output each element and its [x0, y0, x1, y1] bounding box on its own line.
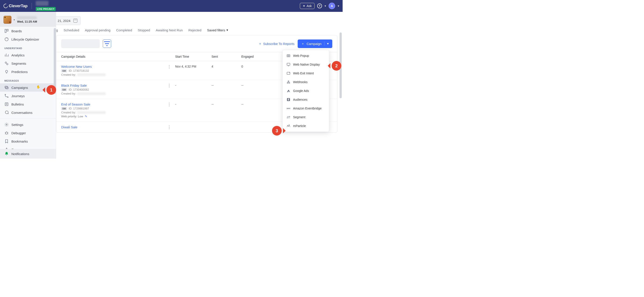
filter-button[interactable] — [103, 40, 111, 48]
dd-mparticle[interactable]: mParticle — [282, 122, 329, 130]
campaign-link[interactable]: Black Friday Sale — [61, 84, 175, 87]
cursor-icon: ✋ — [36, 85, 40, 89]
saved-filters-dropdown[interactable]: Saved filters ▾ — [207, 28, 228, 32]
sidebar-item-lifecycle[interactable]: Lifecycle Optimizer — [0, 35, 56, 44]
col-start[interactable]: Start Time — [175, 55, 212, 58]
tab-awaiting[interactable]: Awaiting Next Run — [156, 28, 182, 32]
brand-text: CleverTap — [9, 4, 28, 8]
date-picker[interactable]: 21, 2024 — [56, 16, 81, 25]
callout-3: 3 — [272, 126, 282, 136]
sidebar-item-bulletins[interactable]: Bulletins — [0, 100, 56, 108]
cell-start: - — [175, 84, 212, 87]
sm-tag: SM — [61, 107, 67, 110]
subscribe-reports-link[interactable]: ＋ Subscribe To Reports — [258, 42, 294, 46]
row-menu-icon[interactable]: ⋮ — [167, 104, 171, 105]
dd-label: Amazon Eventbridge — [293, 107, 322, 110]
main-content: 21, 2024 g Scheduled Approval pending Co… — [56, 12, 342, 159]
col-engaged[interactable]: Engaged — [241, 55, 270, 58]
sidebar-item-predictions[interactable]: Predictions — [0, 68, 56, 76]
dd-segment[interactable]: Segment — [282, 113, 329, 122]
help-icon[interactable]: ? — [317, 4, 322, 8]
topbar: CleverTap LIVE PROJECT ✦ Ask ? ▾ A ▾ — [0, 0, 342, 12]
dd-web-popup[interactable]: Web Popup — [282, 51, 329, 60]
col-details[interactable]: Campaign Details — [61, 55, 175, 58]
tab-stopped[interactable]: Stopped — [138, 28, 150, 32]
project-selector[interactable]: LIVE PROJECT — [36, 1, 56, 11]
sidebar-label: Predictions — [12, 70, 28, 74]
help-chevron-icon[interactable]: ▾ — [325, 5, 326, 8]
account-chevron-icon[interactable]: ▾ — [14, 19, 15, 21]
chevron-down-icon[interactable]: ▾ — [327, 42, 329, 46]
dd-audiences[interactable]: Audiences — [282, 95, 329, 104]
svg-rect-15 — [287, 63, 290, 65]
sidebar-item-settings[interactable]: Settings — [0, 120, 56, 129]
avatar-chevron-icon[interactable]: ▾ — [338, 5, 339, 8]
sidebar-label: Settings — [12, 123, 23, 127]
search-input[interactable] — [61, 39, 100, 48]
ask-button[interactable]: ✦ Ask — [300, 3, 314, 9]
tab-approval-pending[interactable]: Approval pending — [85, 28, 110, 32]
cell-engaged: -- — [241, 102, 270, 106]
svg-point-22 — [287, 118, 288, 118]
cell-engaged: -- — [241, 84, 270, 87]
new-campaign-button[interactable]: ＋ Campaign ▾ — [298, 40, 332, 48]
tab-running-partial[interactable]: g — [56, 28, 58, 32]
sidebar-item-notifications[interactable]: Notifications — [0, 149, 56, 159]
group-messages: MESSAGES — [0, 76, 56, 83]
dd-amazon-eventbridge[interactable]: awsAmazon Eventbridge — [282, 104, 329, 113]
sidebar-item-debugger[interactable]: Debugger — [0, 129, 56, 137]
campaign-link[interactable]: Welcome New Users — [61, 65, 175, 69]
row-menu-icon[interactable]: ⋮ — [167, 127, 171, 128]
dd-google-ads[interactable]: Google Ads — [282, 86, 329, 95]
cell-sent: -- — [212, 84, 241, 87]
edit-icon[interactable]: ✎ — [85, 115, 87, 118]
avatar-initial: A — [331, 4, 333, 8]
sidebar-label: Debugger — [12, 131, 26, 135]
sidebar-scrollbar[interactable] — [54, 28, 56, 94]
display-icon — [286, 63, 290, 67]
tab-completed[interactable]: Completed — [116, 28, 132, 32]
campaign-id: ID: 1730400082 — [69, 88, 89, 91]
account-selector[interactable]: ▾ Wed, 11:25 AM — [0, 12, 56, 27]
col-sent[interactable]: Sent — [212, 55, 241, 58]
campaign-id: ID: 1730718132 — [69, 69, 89, 72]
sm-tag: SM — [61, 69, 67, 72]
row-menu-icon[interactable]: ⋮ — [167, 66, 171, 67]
svg-point-5 — [6, 70, 8, 72]
campaigns-icon — [4, 85, 9, 90]
tab-scheduled[interactable]: Scheduled — [64, 28, 79, 32]
google-ads-icon — [286, 89, 290, 93]
dd-web-native[interactable]: Web Native Display — [282, 60, 329, 69]
sidebar-item-analytics[interactable]: Analytics — [0, 51, 56, 59]
cell-engaged: 0 — [241, 65, 270, 68]
sidebar-item-bookmarks[interactable]: Bookmarks — [0, 137, 56, 145]
campaign-link[interactable]: End of Season Sale — [61, 102, 175, 106]
dd-web-exit[interactable]: Web Exit Intent — [282, 69, 329, 78]
sidebar-label: Campaigns — [12, 86, 28, 90]
dd-label: mParticle — [293, 124, 306, 128]
campaign-btn-label: Campaign — [307, 42, 322, 46]
tab-rejected[interactable]: Rejected — [188, 28, 202, 32]
row-menu-icon[interactable]: ⋮ — [167, 85, 171, 86]
creator-blurred — [77, 92, 106, 95]
svg-point-21 — [289, 116, 290, 117]
logo-swirl-icon — [3, 3, 8, 9]
sidebar-label: Lifecycle Optimizer — [12, 38, 39, 41]
predictions-icon — [4, 70, 9, 74]
sidebar-item-boards[interactable]: Boards — [0, 27, 56, 35]
svg-point-8 — [5, 94, 6, 95]
sidebar-item-segments[interactable]: Segments — [0, 59, 56, 68]
dd-webhooks[interactable]: Webhooks — [282, 78, 329, 86]
svg-point-17 — [287, 83, 288, 84]
plus-icon: ＋ — [301, 42, 304, 46]
notifications-label: Notifications — [12, 152, 29, 156]
divider — [0, 118, 56, 119]
campaign-link[interactable]: Diwali Sale — [61, 125, 175, 129]
avatar[interactable]: A — [328, 3, 335, 9]
mparticle-icon — [286, 124, 290, 128]
dd-label: Segment — [293, 115, 305, 119]
sidebar-item-conversations[interactable]: Conversations — [0, 108, 56, 117]
svg-point-11 — [6, 124, 7, 125]
journeys-icon — [4, 94, 9, 98]
callout-1: 1 — [46, 85, 56, 95]
